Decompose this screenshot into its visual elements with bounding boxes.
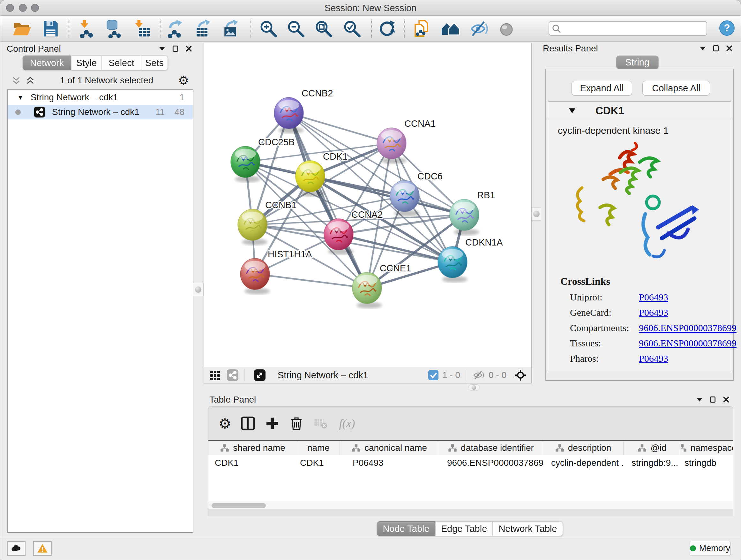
string-view-button[interactable] — [227, 369, 239, 381]
export-image-button[interactable] — [222, 19, 241, 38]
show-columns-button[interactable] — [241, 416, 255, 431]
network-options-gear-icon[interactable]: ⚙ — [178, 74, 189, 86]
hide-selected-button[interactable] — [469, 19, 488, 38]
open-session-button[interactable] — [13, 19, 31, 38]
control-panel: Control Panel Network Style Select Sets … — [3, 43, 198, 537]
bottom-splitter-handle[interactable] — [468, 384, 480, 391]
right-splitter-handle[interactable] — [532, 207, 541, 221]
protein-header-row[interactable]: CDK1 — [548, 102, 731, 120]
save-session-button[interactable] — [42, 19, 60, 38]
panel-close-icon[interactable] — [723, 396, 730, 403]
horizontal-scrollbar[interactable] — [208, 502, 733, 509]
column-header[interactable]: name — [297, 441, 340, 455]
delete-table-button-disabled — [313, 416, 328, 431]
delete-column-button[interactable] — [289, 416, 304, 431]
network-node-CDKN1A[interactable]: CDKN1A — [438, 237, 503, 283]
crosslink-row: Tissues: 9606.ENSP00000378699 — [560, 338, 724, 349]
column-header[interactable]: namespace — [681, 441, 733, 455]
delete-table-icon — [313, 416, 328, 431]
network-collection-row[interactable]: ▼ String Network – cdk1 1 — [8, 90, 193, 105]
network-node-CCNE1[interactable]: CCNE1 — [352, 263, 411, 308]
add-column-button[interactable] — [265, 416, 280, 431]
birds-eye-button[interactable] — [515, 369, 526, 381]
table-panel: Table Panel ⚙ — [206, 394, 733, 536]
panel-float-icon[interactable] — [713, 45, 720, 52]
crosslink-link[interactable]: 9606.ENSP00000378699 — [639, 338, 737, 349]
panel-close-icon[interactable] — [726, 45, 733, 52]
eye-slash-icon — [469, 19, 488, 38]
import-network-from-database-button[interactable] — [105, 19, 123, 38]
zoom-out-button[interactable] — [286, 19, 305, 38]
export-network-button[interactable] — [166, 19, 185, 38]
zoom-selected-button[interactable] — [343, 19, 361, 38]
show-all-button[interactable] — [497, 19, 516, 38]
search-input[interactable] — [549, 21, 707, 36]
cloud-button[interactable] — [7, 541, 25, 556]
column-header[interactable]: description — [543, 441, 623, 455]
tab-sets[interactable]: Sets — [141, 56, 168, 70]
warnings-button[interactable] — [33, 541, 52, 556]
status-bar: Memory — [0, 537, 741, 560]
left-splitter-handle[interactable] — [193, 283, 204, 296]
tab-select[interactable]: Select — [102, 56, 141, 70]
refresh-view-button[interactable] — [378, 19, 397, 38]
network-row[interactable]: String Network – cdk1 11 48 — [8, 105, 193, 119]
network-node-CDC6[interactable]: CDC6 — [390, 171, 443, 216]
selected-nodes-checkbox[interactable] — [428, 370, 439, 380]
panel-float-icon[interactable] — [710, 396, 717, 403]
tab-network[interactable]: Network — [23, 56, 71, 70]
home-button[interactable] — [441, 19, 460, 38]
help-button[interactable]: ? — [719, 20, 735, 36]
column-header[interactable]: @id — [623, 441, 681, 455]
export-table-button[interactable] — [194, 19, 213, 38]
help-icon: ? — [719, 20, 735, 36]
hidden-items-button[interactable] — [472, 369, 485, 381]
panel-close-icon[interactable] — [185, 45, 192, 52]
tab-edge-table[interactable]: Edge Table — [435, 521, 493, 536]
grid-view-button[interactable] — [210, 369, 221, 381]
table-panel-title: Table Panel — [209, 395, 256, 405]
tab-style[interactable]: Style — [71, 56, 102, 70]
hidden-eye-icon — [472, 369, 485, 381]
collapse-all-networks-icon[interactable] — [11, 76, 21, 84]
import-table-button[interactable] — [133, 19, 151, 38]
panel-menu-icon[interactable] — [158, 45, 165, 52]
scrollbar-thumb[interactable] — [212, 503, 266, 508]
table-row[interactable]: CDK1 CDK1 P06493 9606.ENSP00000378699 cy… — [208, 455, 733, 471]
panel-menu-icon[interactable] — [696, 396, 703, 403]
column-type-icon — [220, 443, 229, 452]
network-node-HIST1H1A[interactable]: HIST1H1A — [240, 249, 312, 294]
column-header[interactable]: canonical name — [340, 441, 439, 455]
tab-network-table[interactable]: Network Table — [493, 521, 563, 536]
expand-all-button[interactable]: Expand All — [571, 81, 632, 96]
import-network-button[interactable] — [77, 19, 96, 38]
network-canvas[interactable]: CCNB2CCNA1CDC25BCDK1CDC6RB1CCNB1CCNA2CDK… — [204, 43, 531, 367]
column-header[interactable]: shared name — [208, 441, 297, 455]
table-options-gear-icon[interactable]: ⚙ — [219, 415, 231, 432]
tab-string[interactable]: String — [616, 56, 658, 69]
crosslink-link[interactable]: P06493 — [639, 292, 668, 303]
protein-expander-icon[interactable] — [569, 108, 576, 114]
crosslink-link[interactable]: 9606.ENSP00000378699 — [639, 322, 737, 333]
network-node-count: 11 — [155, 107, 165, 117]
collapse-all-button[interactable]: Collapse All — [643, 81, 710, 96]
collection-expander-icon[interactable]: ▼ — [17, 94, 23, 101]
zoom-in-button[interactable] — [259, 19, 278, 38]
control-panel-tabs: Network Style Select Sets — [23, 56, 168, 70]
crosslink-link[interactable]: P06493 — [639, 353, 668, 364]
zoom-fit-button[interactable] — [314, 19, 333, 38]
column-type-icon — [637, 443, 647, 452]
memory-button[interactable]: Memory — [690, 541, 731, 556]
column-type-icon — [681, 443, 687, 452]
network-edge — [289, 113, 367, 288]
detach-view-button[interactable] — [254, 369, 266, 381]
column-header[interactable]: database identifier — [439, 441, 543, 455]
panel-float-icon[interactable] — [172, 45, 179, 52]
crosslink-link[interactable]: P06493 — [639, 307, 668, 318]
network-node-RB1[interactable]: RB1 — [450, 190, 495, 235]
clone-network-button[interactable] — [413, 19, 431, 38]
expand-all-networks-icon[interactable] — [25, 76, 35, 84]
network-status-dot — [15, 110, 21, 115]
panel-menu-icon[interactable] — [699, 45, 706, 52]
tab-node-table[interactable]: Node Table — [377, 521, 435, 536]
